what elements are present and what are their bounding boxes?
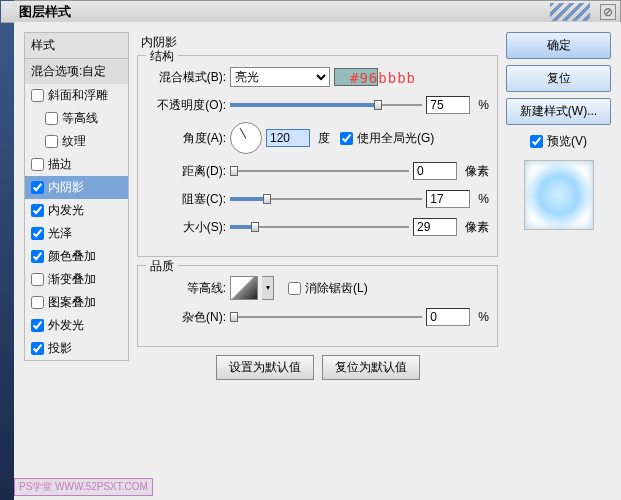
settings-panel: 内阴影 结构 混合模式(B): 亮光 不透明度(O): % 角度(A): (137, 32, 498, 490)
panel-title: 内阴影 (137, 32, 498, 53)
style-item-10[interactable]: 外发光 (24, 314, 129, 337)
size-unit: 像素 (465, 219, 489, 236)
watermark: PS学堂 WWW.52PSXT.COM (14, 478, 153, 496)
make-default-button[interactable]: 设置为默认值 (216, 355, 314, 380)
structure-label: 结构 (146, 48, 178, 65)
structure-group: 结构 混合模式(B): 亮光 不透明度(O): % 角度(A): 度 (137, 55, 498, 257)
size-label: 大小(S): (146, 219, 226, 236)
opacity-input[interactable] (426, 96, 470, 114)
style-checkbox-7[interactable] (31, 250, 44, 263)
size-slider[interactable] (230, 220, 409, 234)
style-item-0[interactable]: 斜面和浮雕 (24, 84, 129, 107)
content-area: 样式 混合选项:自定 斜面和浮雕等高线纹理描边内阴影内发光光泽颜色叠加渐变叠加图… (14, 22, 621, 500)
style-item-2[interactable]: 纹理 (24, 130, 129, 153)
style-item-5[interactable]: 内发光 (24, 199, 129, 222)
global-light-label: 使用全局光(G) (357, 130, 434, 147)
reset-default-button[interactable]: 复位为默认值 (322, 355, 420, 380)
opacity-unit: % (478, 98, 489, 112)
dialog-window: 图层样式 ⊘ 样式 混合选项:自定 斜面和浮雕等高线纹理描边内阴影内发光光泽颜色… (0, 0, 621, 500)
style-label-10: 外发光 (48, 317, 84, 334)
left-decor-bar (0, 0, 14, 500)
noise-unit: % (478, 310, 489, 324)
noise-label: 杂色(N): (146, 309, 226, 326)
styles-header: 样式 (24, 32, 129, 59)
blend-mode-label: 混合模式(B): (146, 69, 226, 86)
close-icon[interactable]: ⊘ (600, 4, 616, 20)
titlebar: 图层样式 ⊘ (1, 1, 620, 23)
style-item-9[interactable]: 图案叠加 (24, 291, 129, 314)
style-checkbox-4[interactable] (31, 181, 44, 194)
style-item-3[interactable]: 描边 (24, 153, 129, 176)
contour-label: 等高线: (146, 280, 226, 297)
style-label-9: 图案叠加 (48, 294, 96, 311)
angle-unit: 度 (318, 130, 330, 147)
contour-picker[interactable] (230, 276, 258, 300)
antialias-label: 消除锯齿(L) (305, 280, 368, 297)
quality-label: 品质 (146, 258, 178, 275)
noise-slider[interactable] (230, 310, 422, 324)
opacity-label: 不透明度(O): (146, 97, 226, 114)
styles-list: 样式 混合选项:自定 斜面和浮雕等高线纹理描边内阴影内发光光泽颜色叠加渐变叠加图… (24, 32, 129, 490)
style-item-6[interactable]: 光泽 (24, 222, 129, 245)
angle-label: 角度(A): (146, 130, 226, 147)
choke-label: 阻塞(C): (146, 191, 226, 208)
style-label-4: 内阴影 (48, 179, 84, 196)
style-label-3: 描边 (48, 156, 72, 173)
style-label-8: 渐变叠加 (48, 271, 96, 288)
preview-label: 预览(V) (547, 133, 587, 150)
style-label-0: 斜面和浮雕 (48, 87, 108, 104)
style-checkbox-3[interactable] (31, 158, 44, 171)
noise-input[interactable] (426, 308, 470, 326)
style-checkbox-11[interactable] (31, 342, 44, 355)
style-checkbox-2[interactable] (45, 135, 58, 148)
titlebar-decor (550, 3, 590, 21)
style-checkbox-1[interactable] (45, 112, 58, 125)
contour-dropdown-icon[interactable]: ▾ (262, 276, 274, 300)
ok-button[interactable]: 确定 (506, 32, 611, 59)
style-item-7[interactable]: 颜色叠加 (24, 245, 129, 268)
style-item-1[interactable]: 等高线 (24, 107, 129, 130)
distance-slider[interactable] (230, 164, 409, 178)
distance-unit: 像素 (465, 163, 489, 180)
new-style-button[interactable]: 新建样式(W)... (506, 98, 611, 125)
choke-input[interactable] (426, 190, 470, 208)
size-input[interactable] (413, 218, 457, 236)
blend-mode-select[interactable]: 亮光 (230, 67, 330, 87)
style-label-1: 等高线 (62, 110, 98, 127)
angle-input[interactable] (266, 129, 310, 147)
style-label-11: 投影 (48, 340, 72, 357)
dialog-title: 图层样式 (19, 3, 71, 21)
antialias-checkbox[interactable] (288, 282, 301, 295)
distance-label: 距离(D): (146, 163, 226, 180)
blend-options-row[interactable]: 混合选项:自定 (24, 59, 129, 84)
cancel-button[interactable]: 复位 (506, 65, 611, 92)
action-column: 确定 复位 新建样式(W)... 预览(V) (506, 32, 611, 490)
style-item-4[interactable]: 内阴影 (24, 176, 129, 199)
choke-unit: % (478, 192, 489, 206)
opacity-slider[interactable] (230, 98, 422, 112)
style-checkbox-0[interactable] (31, 89, 44, 102)
angle-dial[interactable] (230, 122, 262, 154)
style-checkbox-9[interactable] (31, 296, 44, 309)
style-label-7: 颜色叠加 (48, 248, 96, 265)
style-checkbox-10[interactable] (31, 319, 44, 332)
quality-group: 品质 等高线: ▾ 消除锯齿(L) 杂色(N): % (137, 265, 498, 347)
style-item-8[interactable]: 渐变叠加 (24, 268, 129, 291)
style-checkbox-5[interactable] (31, 204, 44, 217)
preview-thumbnail (524, 160, 594, 230)
style-checkbox-6[interactable] (31, 227, 44, 240)
preview-checkbox[interactable] (530, 135, 543, 148)
style-checkbox-8[interactable] (31, 273, 44, 286)
style-label-5: 内发光 (48, 202, 84, 219)
color-annotation: #96bbbb (350, 70, 416, 86)
style-label-6: 光泽 (48, 225, 72, 242)
style-item-11[interactable]: 投影 (24, 337, 129, 361)
choke-slider[interactable] (230, 192, 422, 206)
global-light-checkbox[interactable] (340, 132, 353, 145)
distance-input[interactable] (413, 162, 457, 180)
style-label-2: 纹理 (62, 133, 86, 150)
